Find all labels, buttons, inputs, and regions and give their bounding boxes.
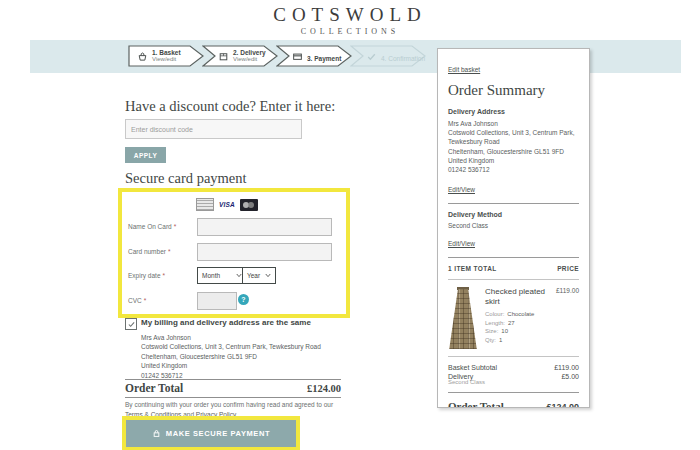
checkout-page: COTSWOLD COLLECTIONS 1. Basket View/edit… (0, 0, 700, 450)
brand-logo: COTSWOLD COLLECTIONS (0, 4, 700, 36)
delivery-cost-value: £5.00 (561, 373, 579, 380)
subtotal-value: £119.00 (554, 364, 579, 371)
order-summary-panel: Edit basket Order Summary Delivery Addre… (437, 48, 590, 408)
step-payment: 3. Payment (276, 45, 352, 67)
same-address-checkbox[interactable] (125, 318, 137, 330)
summary-total-row: Order Total £124.00 (448, 400, 579, 408)
item-name[interactable]: Checked pleated skirt (485, 287, 552, 307)
required-mark: * (144, 297, 147, 304)
pay-button-highlight-box: MAKE SECURE PAYMENT (122, 416, 300, 450)
delivery-address-line: Tewkesbury Road (448, 137, 579, 146)
summary-total-label: Order Total (448, 400, 504, 408)
payment-heading: Secure card payment (125, 170, 247, 187)
basket-item: Checked pleated skirt £119.00 Colour:Cho… (448, 287, 579, 349)
order-total-row: Order Total £124.00 (125, 382, 341, 394)
divider (448, 257, 579, 258)
brand-name: COTSWOLD (0, 4, 700, 26)
divider (448, 392, 579, 393)
accepted-cards: VISA (196, 198, 258, 211)
expiry-year-select[interactable]: Year (242, 267, 276, 284)
expiry-date-label: Expiry date* (128, 272, 165, 279)
price-header: PRICE (557, 265, 579, 272)
generic-card-icon (196, 198, 214, 211)
visa-icon: VISA (219, 201, 235, 208)
cvc-input[interactable] (197, 292, 237, 310)
brand-subtitle: COLLECTIONS (0, 27, 700, 36)
edit-basket-link[interactable]: Edit basket (448, 66, 480, 73)
name-on-card-label: Name On Card* (128, 223, 176, 230)
item-attr: Size:10 (485, 327, 579, 336)
delivery-address: Mrs Ava Johnson Cotswold Collections, Un… (448, 119, 579, 174)
divider (125, 379, 341, 380)
step-delivery-label: 2. Delivery (233, 49, 266, 56)
expiry-month-value: Month (202, 272, 220, 279)
order-total-value: £124.00 (307, 383, 341, 394)
delivery-address-line: United Kingdom (448, 156, 579, 165)
product-image-checked-skirt (448, 287, 478, 349)
cvc-label: CVC* (128, 297, 146, 304)
discount-code-input[interactable] (125, 119, 302, 139)
apply-button[interactable]: APPLY (125, 147, 166, 163)
subtotal-row: Basket Subtotal £119.00 (448, 364, 579, 371)
item-attr: Colour:Chocolate (485, 310, 579, 319)
step-delivery[interactable]: 2. Delivery View/edit (202, 45, 278, 67)
expiry-year-value: Year (247, 272, 260, 279)
pay-button-label: MAKE SECURE PAYMENT (166, 429, 270, 438)
step-delivery-sublabel: View/edit (233, 56, 266, 63)
divider (125, 397, 341, 398)
basket-icon (137, 51, 148, 62)
delivery-address-label: Delivery Address (448, 108, 579, 115)
order-summary-title: Order Summary (448, 82, 579, 99)
billing-address: Mrs Ava Johnson Cotswold Collections, Un… (141, 333, 321, 380)
lock-icon (152, 429, 161, 438)
billing-address-line: Cotswold Collections, Unit 3, Centrum Pa… (141, 342, 321, 351)
expiry-month-select[interactable]: Month (197, 267, 247, 284)
delivery-method-label: Delivery Method (448, 211, 579, 218)
step-confirmation: 4. Confirmation (350, 45, 426, 67)
mastercard-icon (240, 199, 258, 211)
item-attr: Qty:1 (485, 336, 579, 345)
subtotal-label: Basket Subtotal (448, 364, 497, 371)
delivery-address-line: 01242 536712 (448, 165, 579, 174)
chevron-down-icon (265, 273, 271, 278)
summary-total-value: £124.00 (546, 402, 579, 408)
required-mark: * (163, 272, 166, 279)
item-attr: Length:27 (485, 319, 579, 328)
required-mark: * (168, 248, 171, 255)
required-mark: * (174, 223, 177, 230)
billing-address-line: United Kingdom (141, 361, 321, 370)
step-basket[interactable]: 1. Basket View/edit (128, 45, 204, 67)
card-number-input[interactable] (197, 243, 332, 261)
card-number-label: Card number* (128, 248, 170, 255)
delivery-method-value: Second Class (448, 222, 579, 229)
divider (448, 203, 579, 204)
check-icon (366, 51, 377, 62)
step-confirmation-label: 4. Confirmation (381, 55, 425, 62)
divider (448, 356, 579, 357)
name-on-card-input[interactable] (197, 218, 332, 236)
item-price: £119.00 (556, 287, 579, 307)
items-header-row: 1 ITEM TOTAL PRICE (448, 265, 579, 272)
step-basket-sublabel: View/edit (152, 56, 181, 63)
cvc-help-icon[interactable]: ? (238, 294, 249, 305)
delivery-address-line: Cheltenham, Gloucestershire GL51 9FD (448, 147, 579, 156)
order-total-label: Order Total (125, 382, 183, 394)
parcel-icon (218, 51, 229, 62)
make-secure-payment-button[interactable]: MAKE SECURE PAYMENT (126, 420, 296, 447)
step-payment-label: 3. Payment (307, 55, 341, 62)
billing-address-line: Cheltenham, Gloucestershire GL51 9FD (141, 352, 321, 361)
item-total-header: 1 ITEM TOTAL (448, 265, 497, 272)
step-basket-label: 1. Basket (152, 49, 181, 56)
delivery-address-line: Mrs Ava Johnson (448, 119, 579, 128)
delivery-cost-sublabel: Second Class (448, 379, 579, 385)
credit-card-icon (292, 51, 303, 62)
delivery-address-line: Cotswold Collections, Unit 3, Centrum Pa… (448, 128, 579, 137)
edit-view-address-link[interactable]: Edit/View (448, 186, 475, 193)
billing-address-line: Mrs Ava Johnson (141, 333, 321, 342)
edit-view-method-link[interactable]: Edit/View (448, 240, 475, 247)
discount-heading: Have a discount code? Enter it here: (125, 98, 335, 115)
divider (448, 279, 579, 280)
same-address-label: My billing and delivery address are the … (141, 318, 311, 327)
